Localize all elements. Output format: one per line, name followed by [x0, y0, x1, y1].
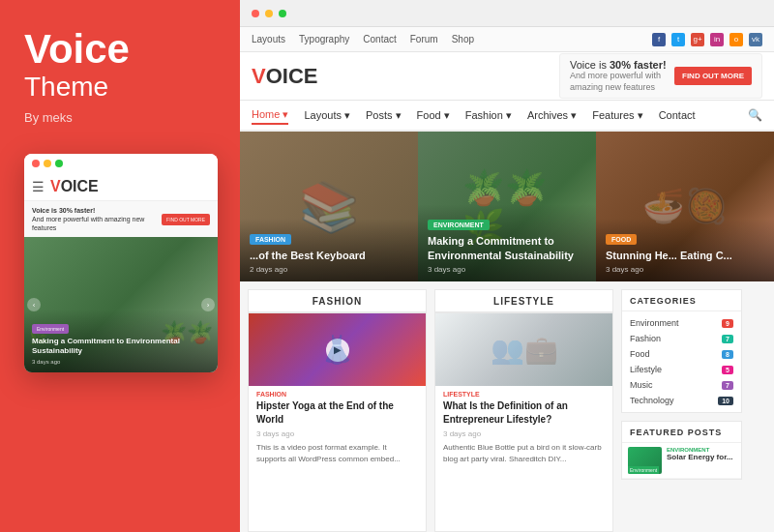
- nav-link-contact[interactable]: Contact: [363, 34, 396, 44]
- slide1-overlay: Fashion ...of the Best Keyboard 2 days a…: [240, 219, 418, 281]
- slide2-overlay: Environment Making a Commitment to Envir…: [418, 204, 596, 281]
- nav-link-layouts[interactable]: Layouts: [252, 34, 285, 44]
- dot-yellow: [44, 160, 51, 167]
- nav-fashion[interactable]: Fashion ▾: [465, 109, 512, 122]
- fashion-text: This is a video post format example. It …: [249, 442, 426, 471]
- sidebar: CATEGORIES Environment 9 Fashion 7 Food: [621, 289, 742, 532]
- nav-layouts[interactable]: Layouts ▾: [304, 109, 350, 122]
- nav-features[interactable]: Features ▾: [592, 109, 642, 122]
- cat-lifestyle[interactable]: Lifestyle 5: [622, 362, 741, 377]
- nav-link-forum[interactable]: Forum: [410, 34, 438, 44]
- window-dot-yellow: [265, 10, 273, 17]
- slide2-date: 3 days ago: [428, 265, 586, 274]
- nav-posts[interactable]: Posts ▾: [366, 109, 402, 122]
- social-icons: f t g+ in o vk: [652, 33, 762, 46]
- cat-env-label: Environment: [630, 318, 679, 328]
- lifestyle-header: LIFESTYLE: [435, 290, 612, 313]
- cat-environment[interactable]: Environment 9: [622, 315, 741, 331]
- lifestyle-column: LIFESTYLE 👥💼 Lifestyle What Is the Defin…: [434, 289, 613, 532]
- promo-sub-text: And more powerful with amazing new featu…: [570, 71, 667, 93]
- lifestyle-text: Authentic Blue Bottle put a bird on it s…: [435, 442, 612, 471]
- slide3-title: Stunning He... Eating C...: [606, 249, 764, 262]
- mobile-banner-faster: Voice is 30% faster!: [32, 206, 162, 215]
- featured-thumb-1: Environment: [628, 447, 662, 474]
- mobile-logo-v: V: [50, 178, 61, 195]
- cat-tech-count: 10: [718, 397, 733, 405]
- mobile-mockup: ☰ V OICE Voice is 30% faster! And more p…: [24, 154, 218, 372]
- dot-green: [55, 160, 63, 167]
- hamburger-icon[interactable]: ☰: [32, 179, 45, 194]
- fashion-column: FASHION ▶ 👗 Fashion Hipster Yoga at the …: [248, 289, 427, 532]
- cat-tech-label: Technology: [630, 396, 674, 405]
- fashion-cat-label: Fashion: [249, 386, 426, 399]
- cat-fashion[interactable]: Fashion 7: [622, 331, 741, 346]
- desktop-logo-text: OICE: [266, 64, 318, 89]
- rss-icon[interactable]: o: [729, 33, 743, 46]
- fashion-date: 3 days ago: [249, 429, 426, 442]
- twitter-icon[interactable]: t: [671, 33, 685, 46]
- googleplus-icon[interactable]: g+: [691, 33, 704, 46]
- lifestyle-image: 👥💼: [435, 313, 612, 386]
- cat-music-count: 7: [722, 381, 733, 390]
- categories-widget: CATEGORIES Environment 9 Fashion 7 Food: [621, 289, 742, 413]
- nav-home[interactable]: Home ▾: [252, 108, 288, 125]
- promo-faster-text: Voice is 30% faster!: [570, 59, 667, 71]
- slide1-date: 2 days ago: [250, 265, 408, 274]
- cat-food[interactable]: Food 8: [622, 346, 741, 362]
- links-bar: Layouts Typography Contact Forum Shop f …: [240, 27, 774, 52]
- nav-archives[interactable]: Archives ▾: [527, 109, 577, 122]
- lifestyle-title[interactable]: What Is the Definition of an Entrepreneu…: [435, 399, 612, 429]
- mobile-category-badge: Environment: [32, 324, 69, 334]
- fashion-image: ▶ 👗: [249, 313, 426, 386]
- cat-food-count: 8: [722, 350, 733, 359]
- desktop-preview: Layouts Typography Contact Forum Shop f …: [240, 0, 774, 532]
- mobile-header: ☰ V OICE: [24, 173, 218, 201]
- facebook-icon[interactable]: f: [652, 33, 666, 46]
- cat-music-label: Music: [630, 380, 653, 390]
- mobile-banner: Voice is 30% faster! And more powerful w…: [24, 201, 218, 237]
- vk-icon[interactable]: vk: [749, 33, 762, 46]
- hero-slide-2: 🪴🪴🌿 Environment Making a Commitment to E…: [418, 132, 596, 281]
- slide3-badge: Food: [606, 234, 637, 245]
- lifestyle-cat-label: Lifestyle: [435, 386, 612, 399]
- mobile-banner-more: And more powerful with amazing new featu…: [32, 215, 162, 232]
- nav-food[interactable]: Food ▾: [417, 109, 450, 122]
- nav-contact[interactable]: Contact: [659, 109, 696, 121]
- mobile-prev-arrow[interactable]: ‹: [27, 298, 41, 311]
- utility-bar: [240, 0, 774, 27]
- promo-text-block: Voice is 30% faster! And more powerful w…: [570, 59, 667, 93]
- window-dot-green: [279, 10, 286, 17]
- slide1-badge: Fashion: [250, 234, 291, 245]
- slide2-badge: Environment: [428, 220, 490, 230]
- instagram-icon[interactable]: in: [710, 33, 724, 46]
- cat-fashion-count: 7: [722, 335, 733, 343]
- cat-technology[interactable]: Technology 10: [622, 393, 741, 408]
- nav-link-typography[interactable]: Typography: [299, 34, 349, 44]
- cat-food-label: Food: [630, 349, 650, 359]
- cat-lifestyle-count: 5: [722, 366, 733, 374]
- mobile-banner-btn[interactable]: FIND OUT MORE: [162, 214, 210, 225]
- cat-music[interactable]: Music 7: [622, 377, 741, 393]
- mobile-logo: V OICE: [50, 178, 99, 195]
- slide3-overlay: Food Stunning He... Eating C... 3 days a…: [596, 219, 774, 281]
- fashion-title[interactable]: Hipster Yoga at the End of the World: [249, 399, 426, 429]
- mobile-top-bar: [24, 154, 218, 173]
- search-icon[interactable]: 🔍: [748, 108, 762, 122]
- cat-fashion-label: Fashion: [630, 334, 661, 343]
- promo-find-out-btn[interactable]: FIND OUT MORE: [674, 67, 752, 85]
- categories-title: CATEGORIES: [622, 290, 741, 311]
- desktop-promo-banner: Voice is 30% faster! And more powerful w…: [559, 53, 762, 99]
- hero-slider: 📚 Fashion ...of the Best Keyboard 2 days…: [240, 132, 774, 281]
- mobile-next-arrow[interactable]: ›: [201, 298, 215, 311]
- mobile-banner-content: Voice is 30% faster! And more powerful w…: [32, 206, 162, 232]
- cat-lifestyle-label: Lifestyle: [630, 365, 662, 374]
- brand-title: Voice: [24, 29, 216, 70]
- brand-by: By meks: [24, 110, 216, 125]
- featured-item-1[interactable]: Environment Environment Solar Energy for…: [622, 443, 741, 479]
- brand-subtitle: Theme: [24, 74, 216, 101]
- mobile-slide-date: 3 days ago: [32, 359, 210, 365]
- mobile-slide-title: Making a Commitment to Environmental Sus…: [32, 337, 210, 357]
- hero-slide-1: 📚 Fashion ...of the Best Keyboard 2 days…: [240, 132, 418, 281]
- hero-slide-3: 🍜🥘 Food Stunning He... Eating C... 3 day…: [596, 132, 774, 281]
- nav-link-shop[interactable]: Shop: [452, 34, 474, 44]
